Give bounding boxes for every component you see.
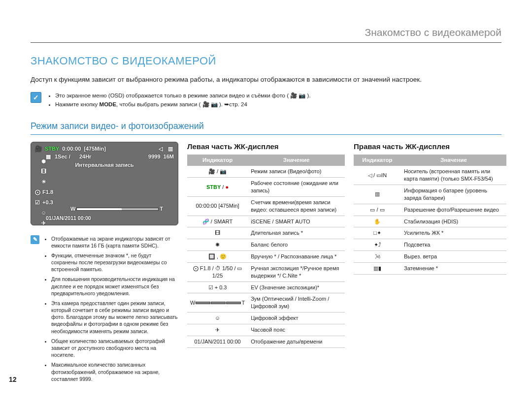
- card-icon: ◁: [157, 145, 164, 153]
- indicator-cell: 00:00:00 [475Min]: [187, 196, 248, 216]
- meaning-cell: Информация о батарее (уровень заряда бат…: [401, 185, 506, 204]
- lcd-date: 01/JAN/2011 00:00: [46, 215, 91, 221]
- lcd-ev: ☑ +0.3: [34, 199, 53, 206]
- meaning-cell: Подсветка: [401, 239, 506, 251]
- indicator-cell: 🎥 / 📷: [187, 166, 248, 177]
- side-notes: ✎ Отображаемые на экране индикаторы зави…: [31, 235, 178, 385]
- photo-icon: 📷: [211, 101, 218, 109]
- meaning-cell: Длительная запись *: [248, 227, 345, 239]
- note-item: Нажмите кнопку MODE, чтобы выбрать режим…: [55, 101, 311, 109]
- side-note-item: Отображаемые на экране индикаторы завися…: [51, 235, 178, 249]
- th-meaning: Значение: [401, 155, 506, 166]
- intro-text: Доступ к функциям зависит от выбранного …: [31, 75, 501, 84]
- indicator-cell: ✺: [187, 239, 248, 251]
- table-row: 00:00:00 [475Min]Счетчик времени(время з…: [187, 196, 345, 216]
- table-row: 🎞Длительная запись *: [187, 227, 345, 239]
- table-row: ⨀ F1.8 / ⏱ 1/50 / ▭ 1/25Ручная экспозици…: [187, 262, 345, 282]
- meaning-cell: Режим записи (Видео/фото): [248, 166, 345, 177]
- check-icon: ✓: [31, 92, 41, 103]
- page-title: ЗНАКОМСТВО С ВИДЕОКАМЕРОЙ: [31, 54, 501, 68]
- lcd-timer: 0:00:00: [62, 145, 81, 153]
- indicator-cell: ▥: [354, 185, 401, 204]
- lcd-hr: 24Hr: [79, 153, 91, 160]
- table-row: ✋Стабилизация (HDIS): [354, 216, 506, 227]
- photo-icon: 📷: [299, 92, 305, 100]
- meaning-cell: Цифровой эффект: [248, 313, 345, 324]
- indicator-cell: ☺: [187, 313, 248, 324]
- meaning-cell: Рабочее состояние (ожидание или запись): [248, 178, 345, 197]
- table-row: □✦Усилитель ЖК *: [354, 227, 506, 239]
- wb-icon: ☀: [34, 178, 53, 186]
- table-row: ☺Цифровой эффект: [187, 313, 345, 324]
- indicator-cell: 🌬: [354, 251, 401, 263]
- meaning-cell: Затемнение *: [401, 262, 506, 274]
- meaning-cell: EV (Значение экспозиции)*: [248, 282, 345, 293]
- lcd-interval: Интервальная запись: [35, 161, 174, 169]
- table-row: ✈Часовой пояс: [187, 324, 345, 336]
- meaning-cell: Стабилизация (HDIS): [401, 216, 506, 227]
- side-note-item: Максимальное количество записанных фотои…: [51, 361, 178, 382]
- table-row: WTЗум (Оптический / Intelli-Zoom /Цифров…: [187, 293, 345, 313]
- rec-icon: 🎞: [34, 168, 53, 175]
- th-indicator: Индикатор: [354, 155, 401, 166]
- indicator-cell: ▥▮: [354, 262, 401, 274]
- indicator-cell: 🎞: [187, 227, 248, 239]
- meaning-cell: Усилитель ЖК *: [401, 227, 506, 239]
- indicator-cell: 🧬 / SMART: [187, 216, 248, 227]
- side-note-item: Общее количество записываемых фотографий…: [51, 338, 178, 359]
- indicator-cell: ☑ + 0.3: [187, 282, 248, 293]
- lcd-count: 9999: [148, 153, 160, 160]
- table-row: 01/JAN/2011 00:00Отображение даты/времен…: [187, 336, 345, 347]
- indicator-cell: ✋: [354, 216, 401, 227]
- table-row: ▥▮Затемнение *: [354, 262, 506, 274]
- table-row: 🌬Вырез. ветра: [354, 251, 506, 263]
- meaning-cell: Разрешение фото/Разрешение видео: [401, 204, 506, 216]
- video-icon: 🎥: [202, 101, 209, 109]
- table-row: ▭ / ▭Разрешение фото/Разрешение видео: [354, 204, 506, 216]
- indicator-cell: 01/JAN/2011 00:00: [187, 336, 248, 347]
- lcd-mock: 🎥 STBY 0:00:00 [475Min] ◁ ▥ ▦ 1Sec / 24H…: [31, 142, 178, 225]
- side-note-item: Эта камера предоставляет один режим запи…: [51, 300, 178, 335]
- indicator-cell: WT: [187, 293, 248, 313]
- table-row: ▥Информация о батарее (уровень заряда ба…: [354, 185, 506, 204]
- th-meaning: Значение: [248, 155, 345, 166]
- indicator-cell: ✈: [187, 324, 248, 336]
- meaning-cell: Носитель (встроенная память или карта па…: [401, 166, 506, 185]
- zoom-t: T: [160, 205, 163, 213]
- breadcrumb: Знакомство с видеокамерой: [31, 26, 501, 43]
- meaning-cell: Вырез. ветра: [401, 251, 506, 263]
- table-row: ☑ + 0.3EV (Значение экспозиции)*: [187, 282, 345, 293]
- meaning-cell: Баланс белого: [248, 239, 345, 251]
- zoom-icon: WT: [190, 299, 245, 307]
- battery-icon: ▥: [167, 145, 174, 153]
- lcd-sec: 1Sec /: [55, 153, 70, 160]
- right-panel-title: Правая часть ЖК-дисплея: [354, 142, 506, 152]
- zoom-w: W: [70, 205, 75, 213]
- side-note-item: Для повышения производительности индикац…: [51, 276, 178, 297]
- meaning-cell: Зум (Оптический / Intelli-Zoom /Цифровой…: [248, 293, 345, 313]
- section-subtitle: Режим записи видео- и фотоизображений: [31, 120, 501, 134]
- left-table: Индикатор Значение 🎥 / 📷Режим записи (Ви…: [187, 155, 345, 348]
- lcd-remain: [475Min]: [84, 145, 106, 153]
- page-ref: ➥стр. 24: [224, 101, 247, 107]
- video-icon: 🎥: [35, 145, 42, 153]
- indicator-cell: ◁ / ▭IN: [354, 166, 401, 185]
- lcd-zoom: W T: [70, 207, 163, 211]
- indicator-cell: STBY / ●: [187, 178, 248, 197]
- note-box: ✓ Это экранное меню (OSD) отображается т…: [31, 92, 501, 109]
- indicator-cell: ✦⤴: [354, 239, 401, 251]
- indicator-cell: 🔲 , 🙂: [187, 251, 248, 263]
- table-row: 🧬 / SMARTiSCENE / SMART AUTO: [187, 216, 345, 227]
- lcd-res: 16M: [164, 153, 174, 160]
- table-row: STBY / ●Рабочее состояние (ожидание или …: [187, 178, 345, 197]
- scene-icon: ✺: [34, 158, 53, 165]
- indicator-cell: □✦: [354, 227, 401, 239]
- th-indicator: Индикатор: [187, 155, 248, 166]
- meaning-cell: iSCENE / SMART AUTO: [248, 216, 345, 227]
- right-table: Индикатор Значение ◁ / ▭INНоситель (встр…: [354, 155, 506, 275]
- side-note-item: Функции, отмеченные значком *, не будут …: [51, 252, 178, 273]
- table-row: 🎥 / 📷Режим записи (Видео/фото): [187, 166, 345, 177]
- video-icon: 🎥: [290, 92, 297, 100]
- meaning-cell: Вручную * / Распознавание лица *: [248, 251, 345, 263]
- table-row: ✺Баланс белого: [187, 239, 345, 251]
